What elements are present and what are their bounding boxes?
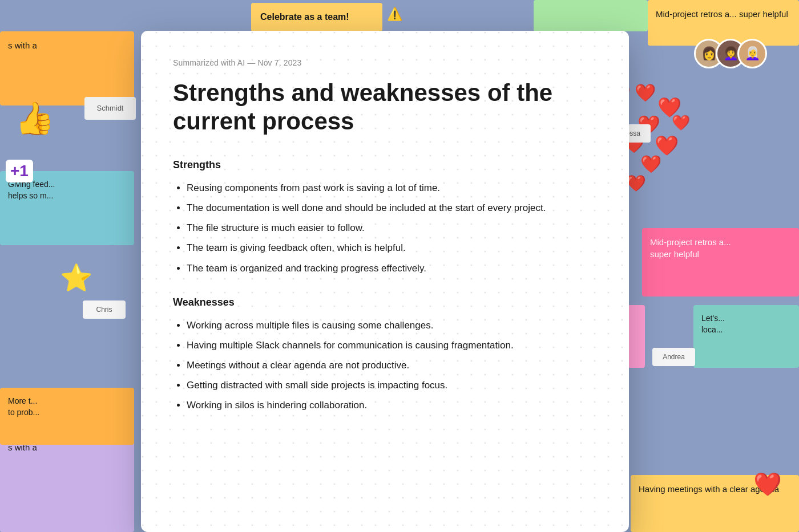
strength-item-2: The documentation is well done and shoul… bbox=[187, 200, 597, 216]
weaknesses-heading: Weaknesses bbox=[173, 297, 597, 308]
avatar-3: 👩‍🦳 bbox=[737, 39, 767, 68]
strength-item-1: Reusing components from past work is sav… bbox=[187, 180, 597, 196]
sticky-teal-right: Let's...loca... bbox=[693, 305, 799, 368]
sticky-pink-mid-right: Mid-project retros a...super helpful bbox=[642, 228, 799, 297]
modal-title: Strengths and weaknesses of the current … bbox=[173, 79, 597, 136]
weakness-item-2: Having multiple Slack channels for commu… bbox=[187, 338, 597, 353]
modal-meta: Summarized with AI — Nov 7, 2023 bbox=[173, 58, 597, 67]
strength-item-4: The team is giving feedback often, which… bbox=[187, 240, 597, 255]
weakness-item-5: Working in silos is hindering collaborat… bbox=[187, 397, 597, 413]
weakness-item-3: Meetings without a clear agenda are not … bbox=[187, 358, 597, 373]
avatar-group: 👩 👩‍🦱 👩‍🦳 bbox=[694, 39, 767, 68]
sticky-celebrate: Celebrate as a team! bbox=[251, 3, 382, 31]
sticky-andrea-label: Andrea bbox=[652, 348, 695, 366]
heart-bottom-right: ❤️ bbox=[753, 471, 782, 498]
strength-item-3: The file structure is much easier to fol… bbox=[187, 220, 597, 235]
strengths-heading: Strengths bbox=[173, 159, 597, 171]
strengths-list: Reusing components from past work is sav… bbox=[173, 180, 597, 276]
weakness-item-4: Getting distracted with small side proje… bbox=[187, 377, 597, 393]
thumbs-up-sticker: 👍 bbox=[13, 98, 55, 139]
sticky-green-top-right bbox=[534, 0, 648, 31]
background-canvas: Celebrate as a team! ⚠️ s with a Schmidt… bbox=[0, 0, 799, 532]
weaknesses-list: Working across multiple files is causing… bbox=[173, 318, 597, 413]
sticky-chris-label: Chris bbox=[83, 300, 126, 319]
plus-one-sticker: +1 bbox=[6, 160, 33, 182]
modal-card: Summarized with AI — Nov 7, 2023 Strengt… bbox=[141, 31, 629, 532]
star-sticker: ⭐ bbox=[60, 262, 92, 293]
sticky-orange-midleft: More t...to prob... bbox=[0, 388, 134, 445]
sticky-orange-top-left: s with a bbox=[0, 31, 134, 105]
strength-item-5: The team is organized and tracking progr… bbox=[187, 261, 597, 276]
sticky-purple-bottom: s with a bbox=[0, 433, 134, 532]
warning-icon: ⚠️ bbox=[387, 7, 402, 22]
weakness-item-1: Working across multiple files is causing… bbox=[187, 318, 597, 333]
sticky-schmidt: Schmidt bbox=[84, 97, 136, 120]
